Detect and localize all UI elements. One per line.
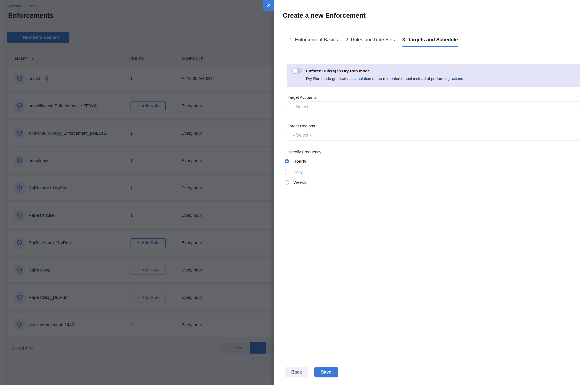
radio-daily[interactable]: Daily <box>285 169 303 175</box>
dry-run-title: Enforce Rule(s) in Dry Run mode <box>306 69 370 73</box>
target-regions-label: Target Regions <box>288 124 315 128</box>
drawer-title: Create a new Enforcement <box>283 12 366 19</box>
radio-label: Daily <box>294 170 303 174</box>
target-regions-select[interactable]: - Select - <box>287 130 580 140</box>
save-button[interactable]: Save <box>314 367 338 377</box>
radio-label: Hourly <box>294 159 306 164</box>
screen: Account: CCM-NG Enforcements + New Enfor… <box>0 0 588 385</box>
radio-hourly[interactable]: Hourly <box>285 159 306 164</box>
back-button[interactable]: Back <box>285 367 308 377</box>
frequency-label: Specify Frequency <box>288 150 321 154</box>
close-icon: ✕ <box>267 2 271 9</box>
toggle-knob <box>293 68 297 73</box>
radio-label: Weekly <box>294 180 307 185</box>
target-accounts-select[interactable]: - Select - <box>287 101 580 112</box>
close-drawer-button[interactable]: ✕ <box>263 0 274 11</box>
dry-run-panel: Enforce Rule(s) in Dry Run mode Dry Run … <box>287 64 580 87</box>
modal-backdrop[interactable] <box>0 0 274 385</box>
tab-rules-and-rule-sets[interactable]: 2. Rules and Rule Sets <box>345 32 395 47</box>
radio-button-icon[interactable] <box>285 180 289 184</box>
create-enforcement-drawer: ✕ Create a new Enforcement 1. Enforcemen… <box>274 0 588 385</box>
target-regions-placeholder: - Select - <box>293 133 311 138</box>
radio-button-icon[interactable] <box>285 159 289 163</box>
target-accounts-label: Target Accounts <box>288 95 316 100</box>
tab-enforcement-basics[interactable]: 1. Enforcement Basics <box>290 32 338 47</box>
radio-weekly[interactable]: Weekly <box>285 180 307 185</box>
radio-button-icon[interactable] <box>285 170 289 174</box>
dry-run-description: Dry Run mode generates a simulation of t… <box>306 76 463 81</box>
wizard-tabs: 1. Enforcement Basics 2. Rules and Rule … <box>274 32 588 47</box>
dry-run-toggle[interactable] <box>292 68 302 74</box>
tab-targets-and-schedule[interactable]: 3. Targets and Schedule <box>402 32 458 47</box>
target-accounts-placeholder: - Select - <box>293 104 311 110</box>
